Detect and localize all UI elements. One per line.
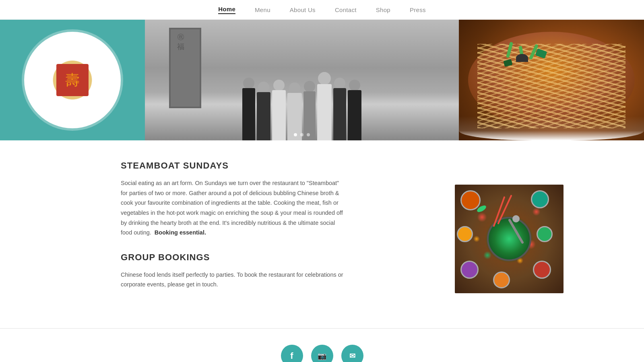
person-5 — [303, 81, 316, 140]
steamboat-text: Social eating as an art form. On Sundays… — [121, 180, 343, 236]
bowl-rim — [459, 116, 644, 140]
nav-menu[interactable]: Menu — [255, 6, 270, 13]
group-photo-people — [189, 44, 415, 140]
nav-shop[interactable]: Shop — [376, 6, 390, 13]
hero-image-right — [459, 20, 644, 140]
person-4 — [287, 82, 302, 140]
facebook-button[interactable]: f — [281, 345, 303, 362]
hero-banner: 壽 ㊗福 — [0, 20, 644, 140]
group-bookings-body: Chinese food lends itself perfectly to p… — [121, 270, 346, 290]
nav-contact[interactable]: Contact — [335, 6, 357, 13]
person-8 — [348, 80, 361, 140]
group-bookings-title: GROUP BOOKINGS — [121, 252, 431, 263]
nav-about[interactable]: About Us — [290, 6, 316, 13]
steamboat-title: STEAMBOAT SUNDAYS — [121, 160, 431, 171]
person-3 — [272, 80, 286, 140]
instagram-button[interactable]: 📷 — [311, 345, 333, 362]
toppings — [496, 38, 607, 110]
dot-3[interactable] — [307, 133, 310, 136]
text-section: STEAMBOAT SUNDAYS Social eating as an ar… — [121, 160, 431, 304]
person-2 — [257, 82, 270, 140]
dot-2[interactable] — [300, 133, 303, 136]
plate-inner: 壽 — [56, 64, 89, 96]
email-button[interactable]: ✉ — [341, 345, 363, 362]
nav-press[interactable]: Press — [410, 6, 426, 13]
person-6 — [317, 72, 332, 140]
hotpot-image — [455, 185, 564, 293]
nav-home[interactable]: Home — [218, 6, 235, 14]
main-content: STEAMBOAT SUNDAYS Social eating as an ar… — [0, 140, 644, 328]
dot-1[interactable] — [294, 133, 297, 136]
footer: f 📷 ✉ — [0, 328, 644, 362]
hero-image-center: ㊗福 — [145, 20, 459, 140]
carousel-indicators — [294, 133, 310, 136]
booking-notice: Booking essential. — [155, 229, 206, 236]
steamboat-body: Social eating as an art form. On Sundays… — [121, 178, 346, 238]
chinese-characters: ㊗福 — [177, 32, 184, 52]
food-photo — [455, 185, 564, 293]
person-7 — [333, 78, 346, 140]
soup-image — [459, 20, 644, 140]
navigation: Home Menu About Us Contact Shop Press — [0, 0, 644, 20]
hero-image-left: 壽 — [0, 20, 145, 140]
plate-outer: 壽 — [24, 32, 121, 128]
person-1 — [242, 78, 255, 140]
